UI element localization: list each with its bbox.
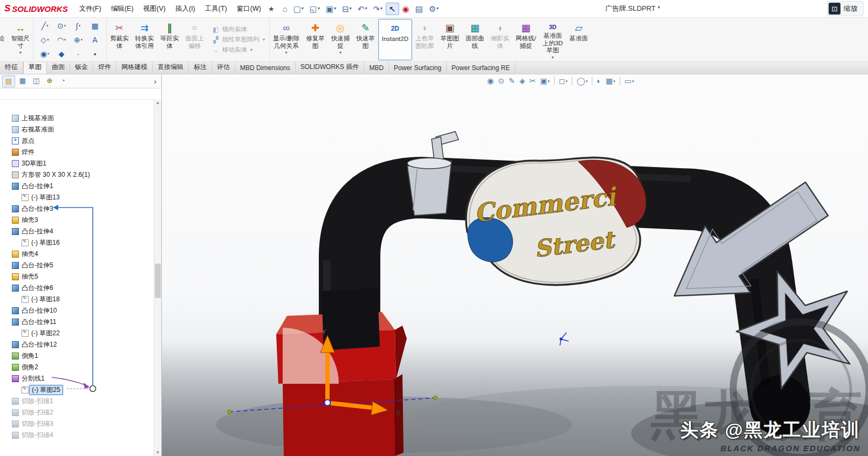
ribbon-button[interactable]: 智能尺 寸 ▾ bbox=[8, 19, 33, 60]
ribbon-tab[interactable]: Power Surfacing RE bbox=[447, 62, 515, 74]
ribbon-button[interactable]: 等距实 体 ▾ bbox=[157, 19, 182, 60]
ribbon-tab[interactable]: 钣金 bbox=[70, 62, 93, 74]
sketch-entity-button[interactable]: ◉ ▾ bbox=[37, 47, 53, 60]
quick-tool-button[interactable]: ⊟ ▾ bbox=[339, 3, 354, 15]
sketch-entity-button[interactable]: ╱ ▾ bbox=[37, 19, 53, 32]
menu-item[interactable]: 视图(V) bbox=[138, 1, 170, 17]
ribbon-tab[interactable]: 标注 bbox=[189, 62, 212, 74]
panel-tab[interactable]: ▤ bbox=[2, 75, 15, 87]
sketch-entity-button[interactable]: ▪ ▾ bbox=[87, 47, 103, 60]
panel-tab[interactable]: ◫ bbox=[30, 75, 42, 86]
quick-tool-button[interactable]: ↶ ▾ bbox=[355, 3, 370, 15]
quick-tool-button[interactable]: ▤ ▾ bbox=[413, 3, 426, 15]
panel-scrollbar[interactable]: ▲ ▼ bbox=[154, 99, 161, 456]
sketch-entity-button[interactable]: ◆ ▾ bbox=[53, 47, 70, 60]
sketch-entity-button[interactable]: · ▾ bbox=[70, 47, 86, 60]
ribbon-button[interactable]: 草图绘 制 ▾ bbox=[0, 19, 8, 60]
ribbon-button[interactable]: 侧影实 体 ▾ bbox=[487, 19, 512, 60]
scroll-down-arrow[interactable]: ▼ bbox=[154, 450, 161, 455]
ribbon-tab[interactable]: 曲面 bbox=[47, 62, 70, 74]
quick-tool-button[interactable]: ◉ ▾ bbox=[400, 3, 412, 15]
tree-item[interactable]: 凸台-拉伸6 bbox=[0, 282, 161, 294]
tree-item[interactable]: (-) 草图13 bbox=[0, 192, 161, 203]
ribbon-button[interactable]: 曲面上 偏移 ▾ bbox=[182, 19, 208, 60]
ribbon-button[interactable]: 基准面 ▾ bbox=[566, 19, 591, 60]
heads-up-tool[interactable]: ◻ ▾ bbox=[557, 76, 569, 86]
scrollbar-thumb[interactable] bbox=[155, 264, 161, 298]
ribbon-tab[interactable]: MBD bbox=[364, 62, 389, 74]
heads-up-tool[interactable]: ◈ ▾ bbox=[518, 76, 527, 86]
ribbon-button[interactable]: Instant2D ▾ bbox=[378, 19, 412, 60]
heads-up-tool[interactable]: ▾ bbox=[554, 77, 555, 85]
ribbon-button[interactable]: 快速草 图 ▾ bbox=[353, 19, 378, 60]
heads-up-tool[interactable]: ▾ bbox=[592, 77, 592, 85]
quick-tool-button[interactable]: ▣ ▾ bbox=[323, 3, 339, 15]
heads-up-tool[interactable]: ⊙ ▾ bbox=[496, 76, 506, 86]
tree-item[interactable]: 3D草图1 bbox=[0, 158, 161, 169]
ribbon-button[interactable]: 草图图 片 ▾ bbox=[437, 19, 462, 60]
sketch-entity-button[interactable]: A ▾ bbox=[87, 33, 103, 46]
sketch-entity-button[interactable]: ⊙ ▾ bbox=[53, 19, 70, 32]
menu-item[interactable]: 编辑(E) bbox=[106, 1, 139, 17]
heads-up-tool[interactable]: ◐ ▾ bbox=[595, 76, 603, 86]
zoom-widget[interactable]: ⊡ 缩放 bbox=[827, 1, 864, 16]
sketch-entity-button[interactable]: ⊕ ▾ bbox=[70, 33, 86, 46]
menu-item[interactable]: 插入(I) bbox=[170, 1, 200, 17]
ribbon-button[interactable]: 网格线/ 捕捉 ▾ bbox=[512, 19, 539, 60]
tree-item[interactable]: (-) 草图16 bbox=[0, 237, 161, 248]
tree-item[interactable]: 切除-扫描4 bbox=[0, 430, 161, 441]
tree-item[interactable]: 上视基准面 bbox=[0, 113, 161, 124]
heads-up-tool[interactable]: ▦ ▾ bbox=[604, 76, 617, 86]
model-viewport[interactable]: 黑龙教育 bbox=[162, 74, 868, 456]
ribbon-tab[interactable]: 焊件 bbox=[93, 62, 117, 74]
menu-item[interactable]: 工具(T) bbox=[200, 1, 232, 17]
tree-item[interactable]: 凸台-拉伸10 bbox=[0, 305, 161, 316]
quick-tool-button[interactable]: ↖ ▾ bbox=[386, 3, 399, 15]
heads-up-tool[interactable]: ✎ ▾ bbox=[507, 76, 517, 86]
menu-item[interactable]: 窗口(W) bbox=[232, 1, 266, 17]
panel-filter-row[interactable] bbox=[0, 88, 161, 100]
ribbon-stack-button[interactable]: 移动实体 ▾ bbox=[211, 46, 265, 54]
quick-tool-button[interactable]: ▢ ▾ bbox=[291, 3, 306, 15]
menu-item[interactable]: 文件(F) bbox=[74, 1, 106, 17]
ribbon-stack-button[interactable]: 线性草图阵列 ▾ bbox=[211, 36, 265, 44]
tree-item[interactable]: 凸台-拉伸3 bbox=[0, 203, 161, 215]
tree-item[interactable]: 凸台-拉伸11 bbox=[0, 316, 161, 328]
ribbon-button[interactable]: 转换实 体引用 ▾ bbox=[132, 19, 158, 60]
quick-tool-button[interactable]: ↷ ▾ bbox=[370, 3, 385, 15]
ribbon-button[interactable]: 显示/删除 几何关系 ▾ bbox=[270, 19, 303, 60]
tree-item[interactable]: (-) 草图25 bbox=[0, 384, 161, 396]
ribbon-tab[interactable]: 网格建模 bbox=[117, 62, 153, 74]
sketch-entity-button[interactable]: ◠ ▾ bbox=[53, 33, 70, 46]
ribbon-tab[interactable]: 草图 bbox=[23, 62, 47, 74]
quick-tool-button[interactable]: ⌂ ▾ bbox=[280, 3, 290, 15]
ribbon-button[interactable]: 剪裁实 体 ▾ bbox=[107, 19, 132, 60]
tree-item[interactable]: 抽壳4 bbox=[0, 248, 161, 260]
tree-item[interactable]: 倒角1 bbox=[0, 350, 161, 362]
ribbon-tab[interactable]: 特征 bbox=[0, 62, 23, 74]
ribbon-button[interactable]: 面部曲 线 ▾ bbox=[462, 19, 488, 60]
pin-toolbar-icon[interactable]: ★ bbox=[268, 5, 275, 13]
tree-item[interactable]: 右视基准面 bbox=[0, 124, 161, 135]
quick-tool-button[interactable]: ⚙ ▾ bbox=[426, 3, 441, 15]
sketch-entity-button[interactable]: ∫ ▾ bbox=[70, 19, 86, 32]
sketch-entity-button[interactable]: ◇ ▾ bbox=[37, 33, 53, 46]
ribbon-button[interactable]: 修复草 图 ▾ bbox=[303, 19, 328, 60]
tree-item[interactable]: 凸台-拉伸5 bbox=[0, 260, 161, 271]
ribbon-tab[interactable]: MBD Dimensions bbox=[235, 62, 296, 74]
panel-tab[interactable]: ◔ bbox=[57, 75, 69, 86]
tree-item[interactable]: 凸台-拉伸4 bbox=[0, 226, 161, 237]
tree-item[interactable]: 凸台-拉伸12 bbox=[0, 339, 161, 350]
quick-tool-button[interactable]: ◱ ▾ bbox=[307, 3, 323, 15]
heads-up-tool[interactable]: ▣ ▾ bbox=[538, 76, 551, 86]
heads-up-tool[interactable]: ✂ ▾ bbox=[528, 76, 537, 86]
heads-up-tool[interactable]: ▭ ▾ bbox=[623, 76, 636, 86]
panel-tab[interactable]: ⊕ bbox=[44, 75, 56, 86]
tree-item[interactable]: (-) 草图22 bbox=[0, 328, 161, 339]
tree-item[interactable]: 焊件 bbox=[0, 147, 161, 158]
sketch-entity-button[interactable]: ▦ ▾ bbox=[87, 19, 103, 32]
ribbon-stack-button[interactable]: 镜向实体 ▾ bbox=[211, 25, 265, 33]
heads-up-tool[interactable]: ◯ ▾ bbox=[575, 76, 589, 86]
ribbon-tab[interactable]: Power Surfacing bbox=[389, 62, 447, 74]
heads-up-tool[interactable]: ▾ bbox=[620, 77, 620, 85]
